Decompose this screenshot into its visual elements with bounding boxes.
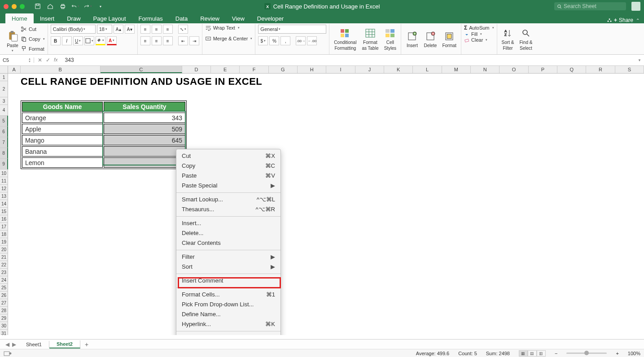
- delete-cells-button[interactable]: Delete: [422, 30, 438, 49]
- row-header-6[interactable]: 6: [0, 126, 8, 137]
- font-size-select[interactable]: 18: [97, 25, 112, 34]
- tab-insert[interactable]: Insert: [34, 13, 61, 23]
- autosum-button[interactable]: ΣAutoSum: [464, 25, 494, 31]
- align-bottom-button[interactable]: ≡: [163, 25, 173, 34]
- sheet-tab-1[interactable]: Sheet1: [19, 341, 49, 348]
- menu-delete[interactable]: Delete...: [176, 228, 280, 238]
- col-header-M[interactable]: M: [442, 66, 471, 73]
- row-header-22[interactable]: 22: [0, 261, 8, 269]
- col-header-K[interactable]: K: [384, 66, 413, 73]
- row-header-7[interactable]: 7: [0, 137, 8, 148]
- border-button[interactable]: [84, 36, 94, 45]
- increase-decimal-button[interactable]: .00→: [296, 36, 306, 45]
- align-center-button[interactable]: ≡: [152, 36, 162, 45]
- col-header-I[interactable]: I: [326, 66, 355, 73]
- ribbon-collapse-icon[interactable]: ⌃: [636, 18, 640, 23]
- align-middle-button[interactable]: ≡: [152, 25, 162, 34]
- conditional-formatting-button[interactable]: ConditionalFormatting: [332, 26, 358, 52]
- select-all-corner[interactable]: [0, 66, 8, 73]
- menu-format-cells[interactable]: Format Cells...⌘1: [176, 290, 280, 300]
- formula-expand-icon[interactable]: ▼: [635, 58, 644, 62]
- print-icon[interactable]: [59, 2, 67, 10]
- row-header-30[interactable]: 30: [0, 322, 8, 330]
- cell-goods-3[interactable]: Banana: [22, 146, 103, 157]
- col-header-B[interactable]: B: [21, 66, 101, 73]
- view-page-layout-button[interactable]: ▤: [528, 350, 537, 357]
- row-header-11[interactable]: 11: [0, 177, 8, 185]
- decrease-decimal-button[interactable]: ←.00: [307, 36, 317, 45]
- row-header-15[interactable]: 15: [0, 208, 8, 215]
- currency-button[interactable]: $: [258, 36, 268, 45]
- orientation-button[interactable]: ⤡: [178, 25, 188, 34]
- row-header-5[interactable]: 5: [0, 116, 8, 126]
- confirm-formula-icon[interactable]: ✓: [46, 57, 50, 63]
- row-header-8[interactable]: 8: [0, 148, 8, 159]
- redo-icon[interactable]: [84, 2, 92, 10]
- row-header-28[interactable]: 28: [0, 307, 8, 314]
- row-header-13[interactable]: 13: [0, 192, 8, 200]
- menu-insert-comment[interactable]: Insert Comment: [176, 276, 280, 286]
- col-header-C[interactable]: C: [101, 66, 182, 73]
- sheet-nav-prev-icon[interactable]: ◀: [5, 341, 9, 348]
- decrease-indent-button[interactable]: ⇤: [178, 36, 188, 45]
- qat-dropdown-icon[interactable]: ▾: [96, 2, 105, 10]
- cut-button[interactable]: Cut: [21, 26, 45, 32]
- row-header-23[interactable]: 23: [0, 269, 8, 276]
- col-header-N[interactable]: N: [471, 66, 499, 73]
- row-header-9[interactable]: 9: [0, 159, 8, 170]
- wrap-text-button[interactable]: Wrap Text: [205, 25, 253, 31]
- col-header-F[interactable]: F: [240, 66, 268, 73]
- zoom-level[interactable]: 100%: [628, 351, 640, 356]
- add-sheet-button[interactable]: +: [80, 340, 93, 349]
- close-window-icon[interactable]: [4, 4, 9, 9]
- cell-qty-1[interactable]: 509: [104, 124, 185, 134]
- col-header-D[interactable]: D: [182, 66, 211, 73]
- col-header-G[interactable]: G: [269, 66, 298, 73]
- col-header-H[interactable]: H: [298, 66, 326, 73]
- col-header-J[interactable]: J: [355, 66, 384, 73]
- format-cells-button[interactable]: Format: [440, 30, 458, 49]
- menu-smart-lookup[interactable]: Smart Lookup...^⌥⌘L: [176, 195, 280, 205]
- format-as-table-button[interactable]: Formatas Table: [360, 26, 380, 52]
- tab-draw[interactable]: Draw: [61, 13, 87, 23]
- cell-styles-button[interactable]: CellStyles: [382, 26, 398, 52]
- tab-home[interactable]: Home: [5, 13, 34, 23]
- row-header-10[interactable]: 10: [0, 170, 8, 177]
- formula-input[interactable]: 343: [61, 57, 635, 63]
- bold-button[interactable]: B: [51, 36, 61, 45]
- row-header-4[interactable]: 4: [0, 105, 8, 116]
- menu-define-name[interactable]: Define Name...: [176, 309, 280, 319]
- home-icon[interactable]: [46, 2, 54, 10]
- row-header-26[interactable]: 26: [0, 292, 8, 299]
- name-box[interactable]: C5▲▼: [0, 57, 34, 63]
- menu-paste-special[interactable]: Paste Special▶: [176, 181, 280, 191]
- tab-view[interactable]: View: [226, 13, 251, 23]
- number-format-select[interactable]: General: [258, 25, 326, 34]
- merge-center-button[interactable]: Merge & Center: [205, 35, 253, 42]
- cell-qty-3[interactable]: 8: [104, 146, 185, 157]
- sheet-tab-2[interactable]: Sheet2: [49, 340, 80, 348]
- menu-pick-list[interactable]: Pick From Drop-down List...: [176, 300, 280, 309]
- row-header-18[interactable]: 18: [0, 231, 8, 238]
- view-page-break-button[interactable]: ▥: [537, 350, 546, 357]
- share-button[interactable]: + Share: [607, 17, 633, 23]
- sheet-nav-next-icon[interactable]: ▶: [12, 341, 16, 348]
- copy-button[interactable]: Copy: [21, 36, 45, 42]
- cell-qty-4[interactable]: 1: [104, 157, 185, 168]
- col-header-A[interactable]: A: [8, 66, 21, 73]
- menu-thesaurus[interactable]: Thesaurus...^⌥⌘R: [176, 205, 280, 214]
- cell-goods-0[interactable]: Orange: [22, 113, 103, 123]
- comma-button[interactable]: ,: [280, 36, 290, 45]
- search-sheet-input[interactable]: Search Sheet: [554, 2, 626, 10]
- insert-cells-button[interactable]: Insert: [404, 30, 420, 49]
- col-header-O[interactable]: O: [499, 66, 528, 73]
- maximize-window-icon[interactable]: [20, 4, 25, 9]
- row-header-20[interactable]: 20: [0, 246, 8, 253]
- cell-goods-2[interactable]: Mango: [22, 135, 103, 145]
- row-header-14[interactable]: 14: [0, 200, 8, 208]
- user-account-icon[interactable]: [631, 2, 640, 11]
- tab-page-layout[interactable]: Page Layout: [87, 13, 132, 23]
- row-header-1[interactable]: 1: [0, 74, 8, 81]
- row-header-17[interactable]: 17: [0, 223, 8, 231]
- tab-data[interactable]: Data: [169, 13, 194, 23]
